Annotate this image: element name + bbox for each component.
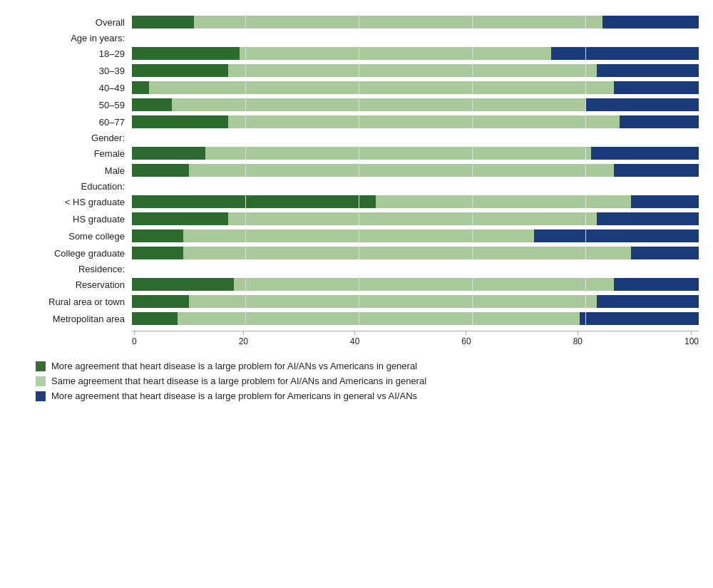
grid-line (245, 294, 246, 309)
grid-line (585, 115, 586, 129)
legend-label: More agreement that heart disease is a l… (51, 391, 417, 401)
grid-line (245, 212, 246, 226)
segment-dark-green (132, 16, 194, 29)
legend-color-box (36, 391, 46, 401)
segment-dark-blue (591, 147, 699, 160)
segment-light-green (240, 47, 551, 60)
bar-wrapper (132, 212, 699, 225)
grid-line (245, 63, 246, 78)
grid-line (585, 246, 586, 260)
grid-line (245, 246, 246, 260)
segment-dark-green (132, 278, 234, 291)
bar-area (132, 229, 699, 243)
row-label: College graduate (14, 248, 132, 259)
segment-dark-blue (602, 16, 699, 29)
grid-line (359, 212, 359, 226)
row-label: 40–49 (14, 83, 132, 93)
segment-dark-blue (597, 295, 699, 308)
legend: More agreement that heart disease is a l… (36, 361, 699, 401)
bar-wrapper (132, 47, 699, 60)
x-tick: 40 (350, 331, 359, 346)
bar-wrapper (132, 16, 699, 29)
segment-dark-green (132, 295, 189, 308)
x-tick-label: 80 (573, 336, 583, 346)
grid-line (472, 195, 473, 209)
bar-area (132, 277, 699, 292)
grid-line (245, 15, 246, 29)
grid-line (585, 212, 586, 226)
x-tick: 60 (461, 331, 471, 346)
grid-line (585, 46, 586, 61)
segment-dark-blue (614, 81, 699, 94)
bar-wrapper (132, 195, 699, 208)
grid-line (585, 163, 586, 177)
row-label: 18–29 (14, 48, 132, 59)
segment-dark-green (132, 115, 228, 128)
segment-dark-blue (614, 278, 699, 291)
grid-line (472, 15, 473, 29)
chart-row: HS graduate (14, 211, 699, 227)
grid-line (245, 277, 246, 292)
segment-dark-blue (580, 312, 699, 325)
grid-line (359, 115, 359, 129)
chart-row: Education: (14, 180, 699, 192)
grid-line (245, 81, 246, 95)
bar-wrapper (132, 295, 699, 308)
bar-area (132, 311, 699, 326)
bar-wrapper (132, 115, 699, 128)
grid-line (245, 146, 246, 160)
row-label: Metropolitan area (14, 314, 132, 324)
grid-line (359, 63, 359, 78)
grid-line (472, 294, 473, 309)
bar-wrapper (132, 312, 699, 325)
bar-area (132, 294, 699, 309)
segment-light-green (183, 247, 631, 259)
chart-row: 40–49 (14, 80, 699, 96)
segment-dark-blue (597, 64, 699, 77)
grid-line (245, 98, 246, 112)
chart-row: Metropolitan area (14, 311, 699, 326)
bar-wrapper (132, 278, 699, 291)
grid-line (472, 63, 473, 78)
row-label: 60–77 (14, 117, 132, 128)
bar-area (132, 63, 699, 78)
segment-light-green (149, 81, 614, 94)
grid-line (245, 115, 246, 129)
segment-light-green (178, 312, 580, 325)
chart-row: Male (14, 163, 699, 178)
row-label: Overall (14, 17, 132, 28)
x-tick: 20 (239, 331, 248, 346)
row-label: HS graduate (14, 214, 132, 225)
chart-row: Rural area or town (14, 294, 699, 309)
chart-row: Gender: (14, 131, 699, 144)
row-label: Rural area or town (14, 296, 132, 307)
legend-item: More agreement that heart disease is a l… (36, 391, 699, 401)
legend-color-box (36, 376, 46, 386)
segment-light-green (228, 212, 597, 225)
x-tick: 80 (573, 331, 583, 346)
segment-dark-green (132, 81, 149, 94)
segment-light-green (172, 98, 585, 111)
grid-line (472, 98, 473, 112)
x-axis-container: 020406080100 (132, 331, 699, 346)
chart-row: 30–39 (14, 63, 699, 78)
chart-container: OverallAge in years:18–2930–3940–4950–59… (0, 0, 713, 408)
chart-row: 18–29 (14, 46, 699, 61)
bar-area (132, 212, 699, 226)
chart-row: < HS graduate (14, 194, 699, 210)
bar-wrapper (132, 64, 699, 77)
row-label: 50–59 (14, 100, 132, 110)
grid-line (472, 81, 473, 95)
bar-area (132, 195, 699, 209)
grid-line (359, 229, 359, 243)
segment-dark-blue (631, 195, 699, 208)
grid-line (585, 294, 586, 309)
legend-color-box (36, 361, 46, 371)
bar-area (132, 246, 699, 260)
grid-line (472, 311, 473, 326)
grid-line (359, 277, 359, 292)
grid-line (472, 277, 473, 292)
grid-line (359, 81, 359, 95)
grid-line (245, 195, 246, 209)
grid-line (359, 163, 359, 177)
